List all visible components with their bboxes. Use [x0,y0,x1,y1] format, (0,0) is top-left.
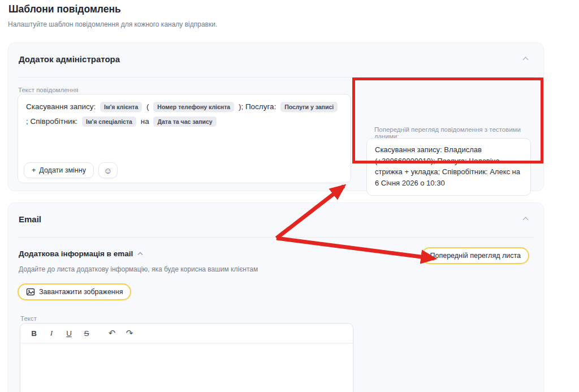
undo-icon[interactable]: ↶ [107,328,116,338]
smiley-icon: ☺ [103,166,112,175]
editor-content-area[interactable] [20,343,353,392]
preview-letter-button[interactable]: Попередній перегляд листа [421,247,529,264]
template-text-segment: ; Співробітник: [26,117,80,126]
page-subtitle: Налаштуйте шаблон повідомлення для кожно… [8,20,217,28]
chevron-up-icon[interactable] [523,57,529,63]
template-text-segment: ( [144,102,151,111]
image-icon [26,287,35,296]
variable-chip[interactable]: Ім'я спеціаліста [82,117,136,127]
divider [18,237,534,238]
variable-chip[interactable]: Ім'я клієнта [100,102,142,112]
strikethrough-button[interactable]: S [82,329,91,338]
email-text-editor: B I U S ↶ ↷ [20,323,353,392]
page-title: Шаблони повідомлень [8,3,121,15]
editor-text-label: Текст [20,315,37,322]
plus-icon: + [32,166,36,174]
variable-chip[interactable]: Дата та час запису [153,117,216,127]
message-template-input[interactable]: Скасування запису: Ім'я клієнта ( Номер … [18,94,351,183]
admin-app-card: Додаток адміністратора Текст повідомленн… [8,42,544,191]
add-variable-label: Додати змінну [39,166,86,174]
template-text: Скасування запису: Ім'я клієнта ( Номер … [18,94,351,134]
email-card-title: Email [19,214,41,224]
template-text-segment: Скасування запису: [26,102,98,111]
message-text-label: Текст повідомлення [18,87,78,93]
message-preview-box: Скасування запису: Владислав (+380660000… [366,138,531,196]
italic-button[interactable]: I [47,329,56,338]
message-templates-page: Шаблони повідомлень Налаштуйте шаблон по… [0,0,579,392]
emoji-picker-button[interactable]: ☺ [98,162,118,178]
upload-image-button[interactable]: Завантажити зображення [18,283,131,300]
email-card: Email Додаткова інформація в email Додай… [8,203,544,392]
email-extra-info-description: Додайте до листа додаткову інформацію, я… [19,265,258,273]
bold-button[interactable]: B [29,329,38,338]
email-extra-info-toggle[interactable]: Додаткова інформація в email [19,249,142,258]
upload-image-label: Завантажити зображення [39,288,123,296]
chevron-up-icon[interactable] [523,217,529,223]
editor-toolbar: B I U S ↶ ↷ [20,324,353,343]
add-variable-button[interactable]: + Додати змінну [24,162,94,178]
message-toolbar: + Додати змінну ☺ [24,162,118,178]
variable-chip[interactable]: Номер телефону клієнта [153,102,234,112]
admin-card-title: Додаток адміністратора [19,54,120,64]
template-text-segment: ); Послуга: [236,102,278,111]
preview-letter-label: Попередній перегляд листа [430,252,521,260]
redo-icon[interactable]: ↷ [125,328,134,338]
underline-button[interactable]: U [64,329,74,338]
variable-chip[interactable]: Послуги у записі [280,102,338,112]
template-text-segment: на [139,117,151,126]
email-extra-info-title: Додаткова інформація в email [19,249,133,258]
chevron-up-icon [138,252,142,256]
divider [18,77,534,77]
